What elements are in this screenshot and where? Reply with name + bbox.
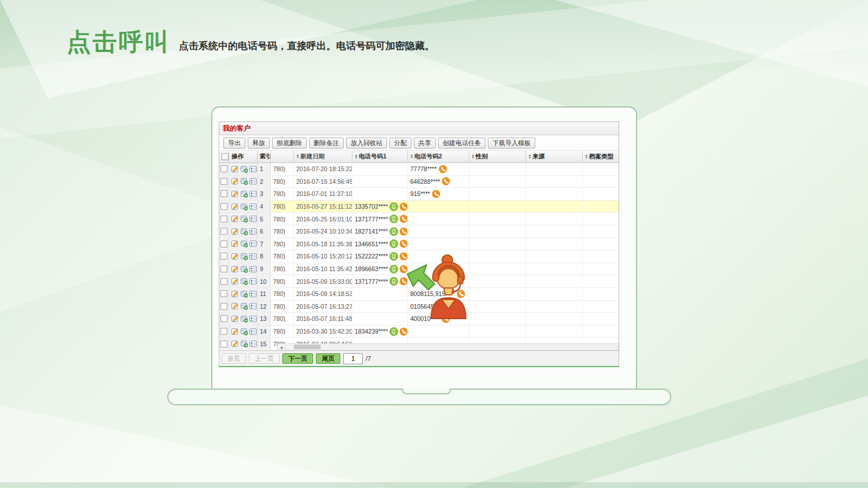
add-record-icon[interactable] [241,228,248,235]
edit-note-icon[interactable] [231,290,239,298]
last-page-button[interactable]: 尾页 [316,353,340,364]
mobile-call-icon[interactable] [389,215,398,223]
row-checkbox[interactable] [220,228,227,235]
next-page-button[interactable]: 下一页 [282,353,313,364]
row-checkbox[interactable] [220,341,227,347]
edit-note-icon[interactable] [231,302,239,310]
add-record-icon[interactable] [241,178,248,185]
horizontal-scrollbar[interactable] [277,343,619,350]
phone-call-icon[interactable] [399,227,408,236]
contact-card-icon[interactable] [249,328,257,335]
table-row[interactable]: 6 780) 2016-05-24 10:10:34 1827141**** [219,225,619,238]
table-row[interactable]: 11 780) 2016-05-09 14:18:53 8008115,915*… [219,288,619,301]
row-checkbox[interactable] [220,190,227,197]
header-gender[interactable]: 性别 [469,151,526,162]
phone-number[interactable]: 0105645**** [410,303,443,310]
prev-page-button[interactable]: 上一页 [249,353,279,364]
phone-call-icon[interactable] [399,202,408,211]
mobile-call-icon[interactable] [389,239,398,248]
edit-note-icon[interactable] [231,278,239,285]
mobile-call-icon[interactable] [389,202,398,211]
mobile-call-icon[interactable] [389,252,398,261]
phone-call-icon[interactable] [457,290,465,298]
contact-card-icon[interactable] [249,302,257,310]
add-record-icon[interactable] [241,265,248,273]
mobile-call-icon[interactable] [389,277,398,286]
add-record-icon[interactable] [241,165,248,173]
table-row[interactable]: 5 780) 2016-05-25 16:01:10 1371777**** [219,213,619,225]
phone-number[interactable]: 1896663**** [355,265,388,272]
phone-call-icon[interactable] [432,190,440,198]
toolbar-button[interactable]: 下载导入模板 [488,138,535,149]
toolbar-button[interactable]: 释放 [248,138,270,149]
row-checkbox[interactable] [220,241,227,247]
table-row[interactable]: 3 780) 2016-07-01 11:37:10 915**** [219,188,619,201]
select-all-checkbox[interactable] [222,153,229,160]
header-name[interactable] [271,151,294,162]
row-checkbox[interactable] [220,165,227,172]
table-row[interactable]: 4 780) 2016-05-27 15:11:12 1335702**** [219,201,619,213]
add-record-icon[interactable] [241,302,248,310]
edit-note-icon[interactable] [231,240,239,247]
page-number-input[interactable] [343,353,363,364]
toolbar-button[interactable]: 创建电话任务 [438,138,486,149]
edit-note-icon[interactable] [231,215,239,223]
phone-number[interactable]: 1834239**** [355,328,388,335]
edit-note-icon[interactable] [231,315,239,323]
row-checkbox[interactable] [220,290,227,297]
add-record-icon[interactable] [241,240,248,247]
edit-note-icon[interactable] [231,165,239,173]
table-row[interactable]: 14 780) 2016-03-30 15:42:20 1834239**** [219,326,619,338]
contact-card-icon[interactable] [249,253,257,260]
phone-call-icon[interactable] [442,177,450,186]
row-checkbox[interactable] [220,315,227,322]
phone-call-icon[interactable] [399,239,408,248]
add-record-icon[interactable] [241,315,248,323]
toolbar-button[interactable]: 导出 [223,138,245,149]
table-row[interactable]: 10 780) 2016-05-09 15:33:00 1371777**** [219,275,619,288]
toolbar-button[interactable]: 删除备注 [309,138,344,149]
contact-card-icon[interactable] [249,178,257,185]
phone-number[interactable]: 1371777**** [355,216,388,223]
phone-number[interactable]: 1371777**** [355,278,388,285]
edit-note-icon[interactable] [231,328,239,335]
add-record-icon[interactable] [241,340,248,347]
phone-number[interactable]: 8008115,915**** [410,290,455,297]
header-source[interactable]: 来源 [526,151,583,162]
mobile-call-icon[interactable] [389,227,398,236]
row-checkbox[interactable] [220,203,227,210]
table-row[interactable]: 1 780) 2016-07-20 18:15:22 77778**** [219,163,619,176]
phone-number[interactable]: 77778**** [410,165,437,172]
edit-note-icon[interactable] [231,253,239,260]
edit-note-icon[interactable] [231,340,239,347]
mobile-call-icon[interactable] [389,327,398,336]
contact-card-icon[interactable] [249,265,257,273]
add-record-icon[interactable] [241,215,248,223]
add-record-icon[interactable] [241,190,248,198]
phone-number[interactable]: 646288**** [410,178,440,185]
add-record-icon[interactable] [241,253,248,260]
row-checkbox[interactable] [220,265,227,272]
contact-card-icon[interactable] [249,315,257,323]
add-record-icon[interactable] [241,203,248,210]
phone-number[interactable]: 1346651**** [355,241,388,247]
contact-card-icon[interactable] [249,340,257,347]
row-checkbox[interactable] [220,216,227,223]
first-page-button[interactable]: 首页 [222,353,246,364]
phone-call-icon[interactable] [399,252,408,261]
phone-call-icon[interactable] [399,277,408,286]
phone-number[interactable]: 1335702**** [355,203,388,210]
scroll-left-icon[interactable] [278,344,285,350]
mobile-call-icon[interactable] [389,265,398,273]
row-checkbox[interactable] [220,178,227,185]
add-record-icon[interactable] [241,328,248,335]
row-checkbox[interactable] [220,303,227,310]
contact-card-icon[interactable] [249,165,257,173]
edit-note-icon[interactable] [231,265,239,273]
table-row[interactable]: 7 780) 2016-05-18 11:35:38 1346651**** [219,238,619,251]
phone-call-icon[interactable] [445,302,454,310]
toolbar-button[interactable]: 共享 [414,138,436,149]
table-row[interactable]: 12 780) 2016-05-07 16:13:27 0105645**** [219,301,619,313]
phone-number[interactable]: 1827141**** [355,228,388,235]
header-op[interactable]: 操作 [229,151,258,162]
